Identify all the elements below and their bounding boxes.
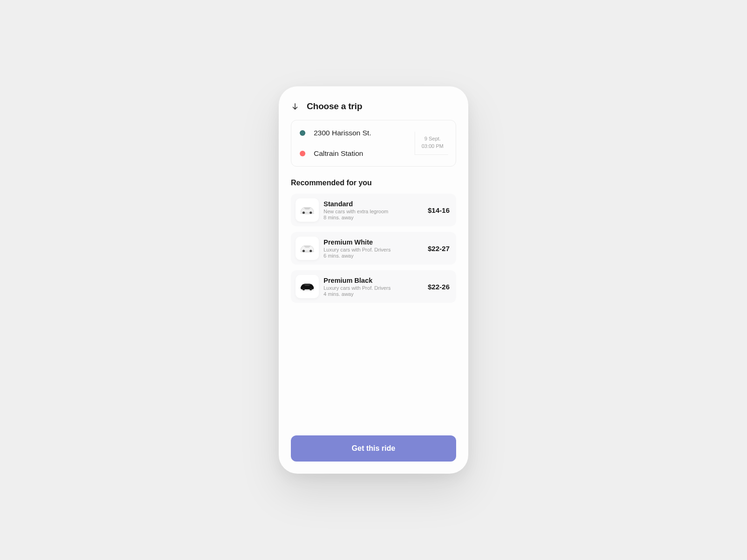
ride-option-name: Standard [324, 200, 423, 208]
pickup-dot-icon [300, 130, 305, 136]
ride-option[interactable]: Premium White Luxury cars with Prof. Dri… [291, 232, 456, 265]
destination-dot-icon [300, 151, 305, 156]
trip-datetime: 9 Sept. 03:00 PM [415, 132, 448, 155]
destination-row: Caltrain Station [300, 149, 371, 158]
ride-option-desc: Luxury cars with Prof. Drivers [324, 247, 423, 252]
ride-option-desc: New cars with extra legroom [324, 209, 423, 214]
ride-option-info: Premium White Luxury cars with Prof. Dri… [324, 238, 423, 259]
recommended-heading: Recommended for you [291, 179, 456, 187]
ride-option-eta: 8 mins. away [324, 215, 423, 220]
svg-point-3 [310, 211, 312, 214]
car-icon [296, 237, 319, 260]
ride-option-price: $22-27 [428, 245, 450, 252]
svg-point-6 [310, 250, 312, 252]
arrow-down-icon[interactable] [291, 102, 299, 111]
ride-option[interactable]: Premium Black Luxury cars with Prof. Dri… [291, 270, 456, 303]
ride-option-eta: 4 mins. away [324, 291, 423, 297]
svg-point-5 [303, 250, 305, 252]
get-ride-button[interactable]: Get this ride [291, 435, 456, 462]
header: Choose a trip [291, 101, 456, 112]
ride-option-info: Premium Black Luxury cars with Prof. Dri… [324, 277, 423, 297]
ride-option-name: Premium Black [324, 277, 423, 284]
trip-locations: 2300 Harisson St. Caltrain Station [300, 129, 371, 158]
ride-options-list: Standard New cars with extra legroom 8 m… [291, 194, 456, 303]
car-icon [296, 198, 319, 222]
ride-option-price: $22-26 [428, 283, 450, 291]
car-icon [296, 275, 319, 298]
ride-option-price: $14-16 [428, 206, 450, 214]
ride-option-info: Standard New cars with extra legroom 8 m… [324, 200, 423, 220]
trip-date: 9 Sept. [422, 135, 444, 143]
trip-time: 03:00 PM [422, 143, 444, 150]
trip-summary-card[interactable]: 2300 Harisson St. Caltrain Station 9 Sep… [291, 120, 456, 167]
destination-text: Caltrain Station [314, 149, 363, 158]
ride-option[interactable]: Standard New cars with extra legroom 8 m… [291, 194, 456, 226]
svg-point-9 [310, 288, 312, 290]
ride-option-name: Premium White [324, 238, 423, 246]
ride-option-eta: 6 mins. away [324, 253, 423, 259]
pickup-row: 2300 Harisson St. [300, 129, 371, 137]
svg-point-2 [303, 211, 305, 214]
ride-option-desc: Luxury cars with Prof. Drivers [324, 285, 423, 291]
pickup-text: 2300 Harisson St. [314, 129, 371, 137]
page-title: Choose a trip [307, 101, 362, 112]
svg-point-8 [303, 288, 305, 290]
phone-frame: Choose a trip 2300 Harisson St. Caltrain… [279, 86, 468, 474]
